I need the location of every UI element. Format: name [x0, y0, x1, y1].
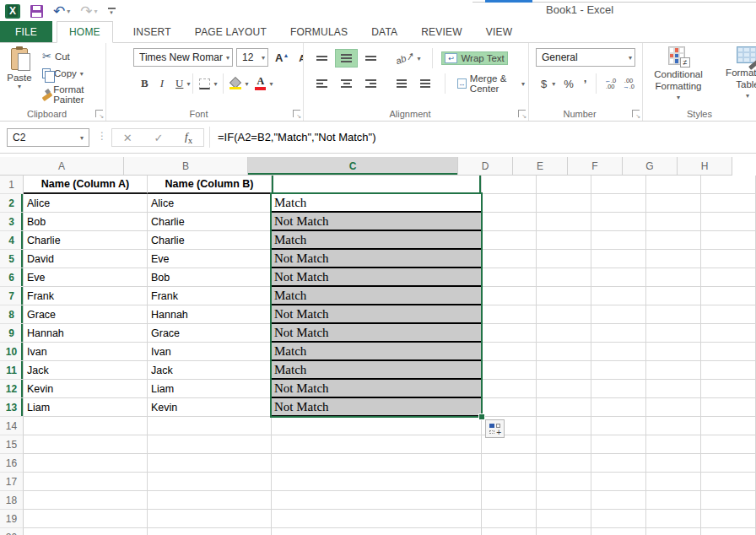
cell-A7[interactable]: Frank: [24, 287, 148, 305]
cell-H14[interactable]: [701, 417, 756, 435]
cell-B12[interactable]: Liam: [148, 380, 272, 398]
cell-F13[interactable]: [591, 398, 646, 417]
number-dialog-launcher[interactable]: [632, 110, 640, 117]
cell-D4[interactable]: [482, 231, 537, 250]
formula-bar-resize-handle[interactable]: ⋮: [97, 130, 107, 142]
currency-format-button[interactable]: $▾: [536, 76, 559, 92]
excel-logo-icon[interactable]: X: [5, 4, 20, 19]
row-header-8[interactable]: 8: [0, 305, 24, 324]
align-middle-button[interactable]: [335, 49, 358, 68]
row-header-7[interactable]: 7: [0, 287, 24, 305]
cell-D1[interactable]: [482, 176, 537, 194]
cell-G2[interactable]: [646, 194, 701, 213]
cell-B9[interactable]: Grace: [148, 324, 272, 343]
cell-B4[interactable]: Charlie: [148, 231, 272, 250]
clipboard-dialog-launcher[interactable]: [95, 110, 103, 117]
font-color-button[interactable]: A▾: [251, 75, 276, 92]
cell-E5[interactable]: [537, 250, 591, 268]
redo-button[interactable]: ↷▾: [80, 5, 97, 18]
cell-E14[interactable]: [537, 417, 591, 435]
column-header-B[interactable]: B: [124, 157, 248, 176]
cell-H20[interactable]: [701, 528, 756, 535]
cell-H10[interactable]: [701, 343, 756, 361]
cell-E7[interactable]: [537, 287, 591, 305]
row-header-1[interactable]: 1: [0, 176, 24, 194]
row-header-14[interactable]: 14: [0, 417, 24, 435]
cell-G13[interactable]: [646, 398, 701, 417]
cell-H6[interactable]: [701, 268, 756, 287]
cell-G1[interactable]: [646, 176, 701, 194]
fill-handle[interactable]: [478, 413, 485, 420]
cell-F20[interactable]: [591, 528, 646, 535]
cell-F17[interactable]: [591, 473, 646, 491]
cell-D16[interactable]: [482, 454, 537, 473]
cell-C11[interactable]: Match: [272, 361, 482, 380]
borders-button[interactable]: ▾: [196, 77, 220, 91]
cell-B18[interactable]: [148, 491, 272, 510]
cell-F16[interactable]: [591, 454, 646, 473]
cell-C2[interactable]: Match: [272, 194, 482, 213]
cell-C15[interactable]: [272, 435, 482, 454]
cell-B20[interactable]: [148, 528, 272, 535]
cell-C8[interactable]: Not Match: [272, 305, 482, 324]
cell-A14[interactable]: [24, 417, 148, 435]
cell-E10[interactable]: [537, 343, 591, 361]
cell-H16[interactable]: [701, 454, 756, 473]
column-header-F[interactable]: F: [568, 157, 623, 176]
tab-formulas[interactable]: FORMULAS: [278, 21, 359, 42]
row-header-17[interactable]: 17: [0, 473, 24, 491]
row-header-13[interactable]: 13: [0, 398, 24, 417]
cell-E11[interactable]: [537, 361, 591, 380]
cell-G6[interactable]: [646, 268, 701, 287]
cell-F8[interactable]: [591, 305, 646, 324]
cell-E6[interactable]: [537, 268, 591, 287]
cell-C9[interactable]: Not Match: [272, 324, 482, 343]
cell-H1[interactable]: [701, 176, 756, 194]
cell-B17[interactable]: [148, 473, 272, 491]
cell-G12[interactable]: [646, 380, 701, 398]
row-header-15[interactable]: 15: [0, 435, 24, 454]
cell-D6[interactable]: [482, 268, 537, 287]
cell-F11[interactable]: [591, 361, 646, 380]
font-size-select[interactable]: 12▾: [236, 48, 268, 67]
cell-G18[interactable]: [646, 491, 701, 510]
cell-A20[interactable]: [24, 528, 148, 535]
cell-B19[interactable]: [148, 510, 272, 528]
cell-B5[interactable]: Eve: [148, 250, 272, 268]
customize-qat-button[interactable]: ▾: [108, 8, 116, 14]
tab-insert[interactable]: INSERT: [122, 21, 183, 42]
cell-D17[interactable]: [482, 473, 537, 491]
cell-A1[interactable]: Name (Column A): [24, 176, 148, 194]
cell-G8[interactable]: [646, 305, 701, 324]
cell-A6[interactable]: Eve: [24, 268, 148, 287]
cell-A15[interactable]: [24, 435, 148, 454]
cell-C13[interactable]: Not Match: [272, 398, 482, 417]
cell-G17[interactable]: [646, 473, 701, 491]
cell-A19[interactable]: [24, 510, 148, 528]
align-bottom-button[interactable]: [359, 51, 382, 66]
align-left-button[interactable]: [310, 74, 333, 93]
cell-H5[interactable]: [701, 250, 756, 268]
row-header-20[interactable]: 20: [0, 528, 24, 535]
cell-D18[interactable]: [482, 491, 537, 510]
cell-A12[interactable]: Kevin: [24, 380, 148, 398]
cell-A11[interactable]: Jack: [24, 361, 148, 380]
cell-H7[interactable]: [701, 287, 756, 305]
cell-F4[interactable]: [591, 231, 646, 250]
cell-A3[interactable]: Bob: [24, 213, 148, 231]
tab-page-layout[interactable]: PAGE LAYOUT: [183, 21, 278, 42]
cell-D15[interactable]: [482, 435, 537, 454]
cell-C4[interactable]: Match: [272, 231, 482, 250]
cell-F3[interactable]: [591, 213, 646, 231]
cell-B8[interactable]: Hannah: [148, 305, 272, 324]
undo-button[interactable]: ↶▾: [53, 5, 70, 18]
cell-H13[interactable]: [701, 398, 756, 417]
cell-A18[interactable]: [24, 491, 148, 510]
cell-C20[interactable]: [272, 528, 482, 535]
cell-G20[interactable]: [646, 528, 701, 535]
cell-E2[interactable]: [537, 194, 591, 213]
underline-button[interactable]: U: [170, 76, 186, 91]
cell-B13[interactable]: Kevin: [148, 398, 272, 417]
row-header-11[interactable]: 11: [0, 361, 24, 380]
cell-H18[interactable]: [701, 491, 756, 510]
